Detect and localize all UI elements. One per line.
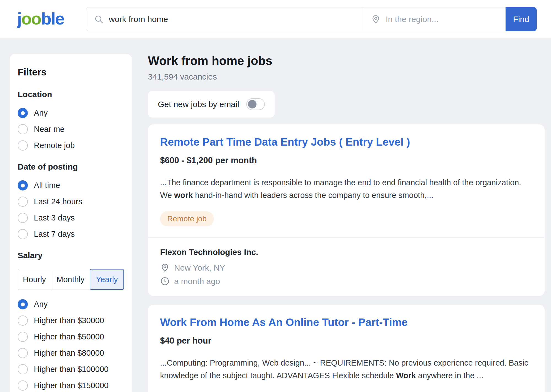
location-section-title: Location <box>18 90 124 99</box>
date-option-last-7-days[interactable]: Last 7 days <box>18 229 124 239</box>
salary-option-80000[interactable]: Higher than $80000 <box>18 348 124 358</box>
salary-option-150000[interactable]: Higher than $150000 <box>18 380 124 391</box>
radio-label[interactable]: Last 7 days <box>34 230 75 239</box>
job-location: New York, NY <box>174 263 225 273</box>
search-input[interactable] <box>109 15 363 24</box>
job-card: Remote Part Time Data Entry Jobs ( Entry… <box>148 124 545 296</box>
radio-button[interactable] <box>18 315 28 326</box>
email-subscribe-card: Get new jobs by email <box>148 91 275 118</box>
radio-label[interactable]: Last 24 hours <box>34 197 82 206</box>
radio-button[interactable] <box>18 229 28 239</box>
job-description: ...Computing: Programming, Web design...… <box>160 357 533 382</box>
email-subscribe-label: Get new jobs by email <box>158 100 239 109</box>
region-input[interactable] <box>386 15 506 24</box>
radio-label[interactable]: Last 3 days <box>34 213 75 222</box>
logo-part-ble: ble <box>41 9 64 28</box>
salary-option-30000[interactable]: Higher than $30000 <box>18 315 124 326</box>
job-card: Work From Home As An Online Tutor - Part… <box>148 305 545 392</box>
radio-label[interactable]: Higher than $150000 <box>34 381 109 390</box>
search-icon <box>94 14 104 24</box>
region-search-segment <box>363 7 506 31</box>
top-header: jooble Find <box>0 0 551 38</box>
radio-label[interactable]: Higher than $100000 <box>34 365 109 374</box>
find-button[interactable]: Find <box>506 7 537 31</box>
date-option-last-24-hours[interactable]: Last 24 hours <box>18 197 124 207</box>
search-bar: Find <box>86 7 537 31</box>
radio-button[interactable] <box>18 364 28 374</box>
radio-label[interactable]: Any <box>34 300 48 309</box>
location-pin-icon <box>371 14 381 24</box>
location-option-remote-job[interactable]: Remote job <box>18 140 124 151</box>
vacancies-count: 341,594 vacancies <box>148 72 217 81</box>
logo-part-j: j <box>17 9 21 28</box>
salary-option-100000[interactable]: Higher than $100000 <box>18 364 124 374</box>
page-title: Work from home jobs <box>148 54 272 68</box>
radio-label[interactable]: All time <box>34 181 60 190</box>
tab-yearly[interactable]: Yearly <box>90 269 124 290</box>
filters-panel: Filters Location Any Near me Remote job … <box>10 54 132 392</box>
radio-button[interactable] <box>18 380 28 391</box>
logo-part-oo: oo <box>21 9 41 28</box>
salary-section-title: Salary <box>18 251 124 260</box>
date-option-all-time[interactable]: All time <box>18 180 124 190</box>
desc-part: anywhere in the ... <box>416 371 484 380</box>
radio-label[interactable]: Any <box>34 108 48 118</box>
filters-title: Filters <box>18 67 124 78</box>
job-footer: Flexon Technologies Inc. New York, NY a … <box>160 238 533 286</box>
remote-job-badge: Remote job <box>160 211 214 226</box>
job-salary: $600 - $1,200 per month <box>160 156 533 165</box>
radio-label[interactable]: Near me <box>34 125 64 134</box>
radio-label[interactable]: Higher than $80000 <box>34 349 104 358</box>
job-salary: $40 per hour <box>160 336 533 346</box>
job-title-link[interactable]: Remote Part Time Data Entry Jobs ( Entry… <box>160 135 533 149</box>
tab-monthly[interactable]: Monthly <box>51 269 90 290</box>
radio-button[interactable] <box>18 299 28 309</box>
location-pin-icon <box>160 263 170 273</box>
radio-button[interactable] <box>18 197 28 207</box>
desc-part: hand-in-hand with leaders across the com… <box>193 191 434 200</box>
tab-hourly[interactable]: Hourly <box>18 269 51 290</box>
radio-label[interactable]: Higher than $30000 <box>34 316 104 325</box>
clock-icon <box>160 276 170 286</box>
radio-button[interactable] <box>18 348 28 358</box>
email-subscribe-toggle[interactable] <box>246 98 265 110</box>
salary-period-tabs: Hourly Monthly Yearly <box>18 269 124 290</box>
job-description: ...The finance department is responsible… <box>160 176 533 202</box>
radio-label[interactable]: Higher than $50000 <box>34 332 104 341</box>
date-option-last-3-days[interactable]: Last 3 days <box>18 213 124 223</box>
job-posted-row: a month ago <box>160 276 533 286</box>
radio-button[interactable] <box>18 108 28 118</box>
radio-label[interactable]: Remote job <box>34 141 75 150</box>
company-name: Flexon Technologies Inc. <box>160 247 533 257</box>
toggle-knob <box>248 100 256 108</box>
desc-highlight: Work <box>396 371 416 380</box>
radio-button[interactable] <box>18 213 28 223</box>
job-posted: a month ago <box>174 277 220 286</box>
keyword-search-segment <box>86 7 363 31</box>
jooble-logo[interactable]: jooble <box>17 5 64 32</box>
radio-button[interactable] <box>18 124 28 134</box>
salary-option-any[interactable]: Any <box>18 299 124 309</box>
location-option-any[interactable]: Any <box>18 108 124 118</box>
location-option-near-me[interactable]: Near me <box>18 124 124 134</box>
radio-button[interactable] <box>18 140 28 151</box>
job-title-link[interactable]: Work From Home As An Online Tutor - Part… <box>160 316 533 329</box>
desc-highlight: work <box>174 191 193 200</box>
radio-button[interactable] <box>18 180 28 190</box>
radio-button[interactable] <box>18 332 28 342</box>
job-location-row: New York, NY <box>160 263 533 273</box>
salary-option-50000[interactable]: Higher than $50000 <box>18 332 124 342</box>
date-section-title: Date of posting <box>18 162 124 172</box>
